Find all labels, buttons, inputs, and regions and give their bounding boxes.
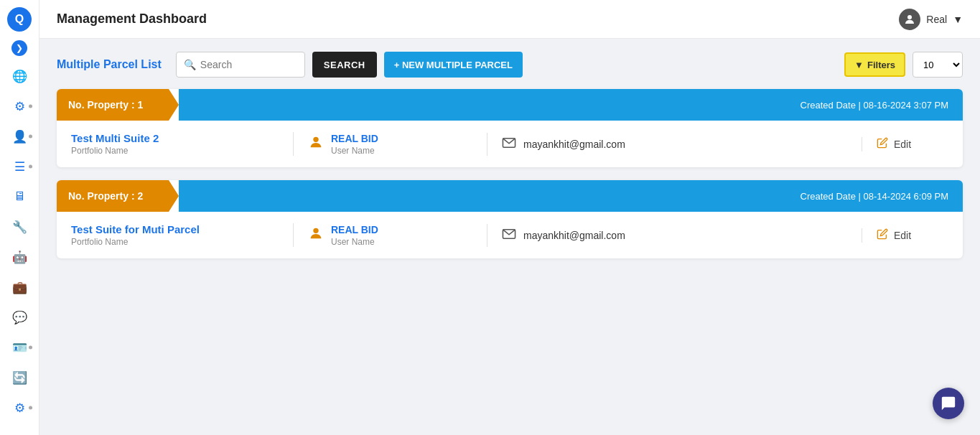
main-content: Management Dashboard Real ▼ Multiple Par… (39, 0, 980, 435)
parcel-user-icon (308, 225, 324, 245)
sidebar-item-refresh[interactable]: 🔄 (5, 365, 34, 390)
parcel-header: No. Property : 2 Created Date | 08-14-20… (57, 180, 963, 212)
parcel-portfolio-label: Portfolio Name (71, 237, 279, 247)
page-size-select[interactable]: 10 5 25 50 100 (913, 52, 963, 78)
parcel-email: mayankhit@gmail.com (523, 230, 625, 241)
filters-label: Filters (867, 60, 895, 70)
parcel-portfolio-label: Portfolio Name (71, 146, 279, 156)
parcel-edit-label: Edit (894, 230, 911, 241)
filters-button[interactable]: ▼ Filters (844, 52, 905, 77)
chat-bubble-button[interactable] (933, 388, 964, 419)
page-title: Management Dashboard (57, 11, 207, 27)
parcel-user-label: User Name (331, 237, 378, 247)
parcel-name-column: Test Multi Suite 2 Portfolio Name (71, 132, 294, 156)
svg-point-3 (313, 228, 318, 233)
filter-icon: ▼ (854, 60, 864, 70)
parcel-no-badge: No. Property : 2 (57, 180, 179, 212)
parcel-header: No. Property : 1 Created Date | 08-16-20… (57, 89, 963, 121)
sidebar-item-chat[interactable]: 💬 (5, 304, 34, 330)
parcel-username: REAL BID (331, 224, 378, 235)
sidebar-toggle-button[interactable]: ❯ (11, 40, 27, 56)
search-input[interactable] (200, 59, 286, 70)
parcel-email-column: mayankhit@gmail.com (487, 228, 862, 243)
parcel-edit-icon (877, 137, 888, 151)
user-name-label: Real (926, 14, 947, 25)
parcel-user-label: User Name (331, 146, 378, 156)
parcel-user-info: REAL BID User Name (331, 224, 378, 247)
parcel-no-badge: No. Property : 1 (57, 89, 179, 121)
parcel-edit-column[interactable]: Edit (862, 137, 948, 151)
search-icon: 🔍 (184, 59, 196, 70)
parcel-user-info: REAL BID User Name (331, 133, 378, 156)
parcel-email: mayankhit@gmail.com (523, 139, 625, 150)
parcel-edit-icon (877, 228, 888, 243)
parcel-user-column: REAL BID User Name (294, 224, 487, 247)
new-multiple-parcel-button[interactable]: + NEW MULTIPLE PARCEL (384, 52, 523, 78)
parcel-card: No. Property : 1 Created Date | 08-16-20… (57, 89, 963, 167)
svg-point-0 (907, 15, 912, 19)
parcel-name-column: Test Suite for Muti Parcel Portfolio Nam… (71, 223, 294, 247)
header: Management Dashboard Real ▼ (39, 0, 980, 39)
parcel-edit-column[interactable]: Edit (862, 228, 948, 243)
parcel-list: No. Property : 1 Created Date | 08-16-20… (57, 89, 963, 258)
parcel-email-icon (502, 137, 516, 151)
sidebar-item-settings[interactable]: ⚙ (5, 93, 34, 119)
sidebar-item-globe[interactable]: 🌐 (5, 63, 34, 89)
parcel-created-date: Created Date | 08-14-2024 6:09 PM (179, 180, 963, 212)
parcel-user-icon (308, 134, 324, 154)
sidebar: Q ❯ 🌐 ⚙ 👤 ☰ 🖥 🔧 🤖 💼 💬 🪪 🔄 ⚙ (0, 0, 39, 435)
parcel-portfolio-name[interactable]: Test Multi Suite 2 (71, 132, 279, 144)
multiple-parcel-list-title: Multiple Parcel List (57, 58, 162, 71)
sidebar-item-bot[interactable]: 🤖 (5, 244, 34, 270)
parcel-user-column: REAL BID User Name (294, 133, 487, 156)
parcel-created-date: Created Date | 08-16-2024 3:07 PM (179, 89, 963, 121)
sidebar-item-list[interactable]: ☰ (5, 154, 34, 179)
sidebar-item-briefcase[interactable]: 💼 (5, 274, 34, 300)
parcel-body: Test Suite for Muti Parcel Portfolio Nam… (57, 212, 963, 258)
parcel-email-icon (502, 228, 516, 243)
user-avatar (899, 9, 920, 30)
user-menu[interactable]: Real ▼ (899, 9, 963, 30)
toolbar: Multiple Parcel List 🔍 SEARCH + NEW MULT… (57, 52, 963, 78)
parcel-email-column: mayankhit@gmail.com (487, 137, 862, 151)
search-box: 🔍 (176, 52, 305, 78)
sidebar-item-id-card[interactable]: 🪪 (5, 335, 34, 360)
sidebar-item-user[interactable]: 👤 (5, 123, 34, 149)
svg-point-1 (313, 137, 318, 142)
parcel-edit-label: Edit (894, 139, 911, 150)
parcel-username: REAL BID (331, 133, 378, 144)
user-dropdown-icon: ▼ (953, 14, 963, 25)
content-area: Multiple Parcel List 🔍 SEARCH + NEW MULT… (39, 39, 980, 435)
parcel-card: No. Property : 2 Created Date | 08-14-20… (57, 180, 963, 258)
app-logo[interactable]: Q (7, 7, 32, 32)
search-button[interactable]: SEARCH (312, 52, 377, 78)
parcel-portfolio-name[interactable]: Test Suite for Muti Parcel (71, 223, 279, 235)
sidebar-item-settings2[interactable]: ⚙ (5, 395, 34, 421)
parcel-body: Test Multi Suite 2 Portfolio Name REAL B… (57, 121, 963, 167)
sidebar-item-monitor[interactable]: 🖥 (5, 184, 34, 210)
sidebar-item-tools[interactable]: 🔧 (5, 214, 34, 240)
